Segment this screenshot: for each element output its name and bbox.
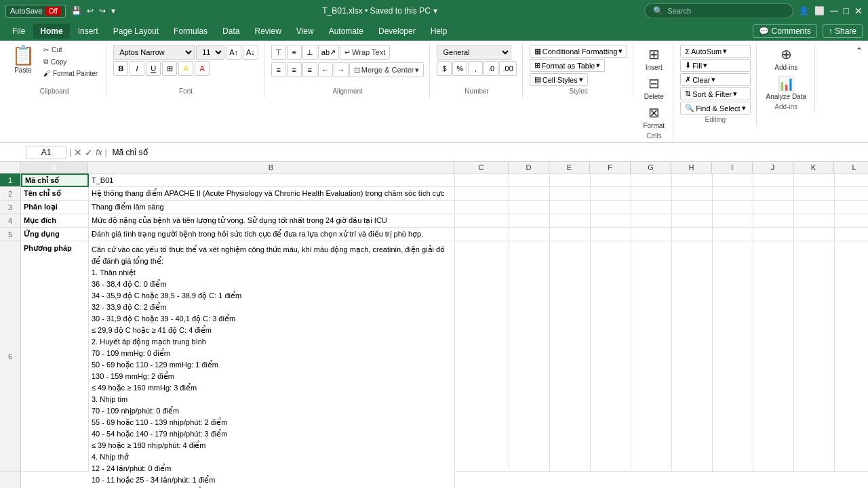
analyze-data-button[interactable]: 📊 Analyze Data — [764, 74, 809, 102]
format-table-button[interactable]: ⊞ Format as Table ▾ — [530, 59, 606, 72]
cell-l1[interactable] — [835, 174, 868, 187]
cell-f3[interactable] — [591, 201, 631, 214]
cell-i5[interactable] — [713, 228, 753, 241]
cell-k6[interactable] — [794, 241, 835, 472]
autosave-control[interactable]: AutoSave Off — [5, 5, 66, 18]
cell-g6[interactable] — [631, 241, 672, 472]
font-size-select[interactable]: 11 — [196, 45, 224, 60]
cell-e1[interactable] — [550, 174, 591, 187]
row-num-5[interactable]: 5 — [0, 228, 20, 241]
cell-h2[interactable] — [672, 187, 713, 201]
font-family-select[interactable]: Aptos Narrow — [113, 45, 195, 60]
align-top-button[interactable]: ⊤ — [271, 45, 286, 60]
cell-a5[interactable]: Ứng dụng — [21, 228, 89, 241]
cell-a1[interactable]: Mã chỉ số — [21, 174, 89, 187]
profile-icon[interactable]: 👤 — [799, 6, 809, 16]
cell-c2[interactable] — [455, 187, 509, 201]
format-button[interactable]: ⊠ Format — [640, 103, 667, 131]
underline-button[interactable]: U — [146, 61, 161, 76]
cell-k2[interactable] — [794, 187, 835, 201]
cell-d6[interactable] — [509, 241, 550, 472]
menu-data[interactable]: Data — [216, 24, 246, 39]
col-header-i[interactable]: I — [712, 162, 753, 173]
cell-e5[interactable] — [550, 228, 591, 241]
ribbon-collapse[interactable]: ⌃ — [853, 43, 865, 58]
cell-c5[interactable] — [455, 228, 509, 241]
cell-a6[interactable]: Phương pháp — [21, 241, 89, 472]
cell-h1[interactable] — [672, 174, 713, 187]
cell-j3[interactable] — [753, 201, 794, 214]
addins-button[interactable]: ⊕ Add-ins — [764, 45, 809, 73]
find-select-button[interactable]: 🔍 Find & Select ▾ — [680, 102, 750, 115]
cell-l5[interactable] — [835, 228, 868, 241]
format-painter-button[interactable]: 🖌 Format Painter — [41, 68, 100, 79]
align-middle-button[interactable]: ≡ — [287, 45, 302, 60]
conditional-format-button[interactable]: ▦ Conditional Formatting ▾ — [530, 45, 628, 58]
menu-developer[interactable]: Developer — [372, 24, 422, 39]
increase-indent-button[interactable]: → — [334, 62, 349, 77]
cell-i4[interactable] — [713, 214, 753, 228]
decrease-font-button[interactable]: A↓ — [243, 45, 258, 60]
cell-j4[interactable] — [753, 214, 794, 228]
menu-review[interactable]: Review — [248, 24, 288, 39]
col-header-a[interactable]: A — [20, 162, 88, 173]
cell-j5[interactable] — [753, 228, 794, 241]
cell-f5[interactable] — [591, 228, 631, 241]
comments-btn[interactable]: 💬 Comments — [753, 24, 816, 38]
col-header-b[interactable]: B — [88, 162, 454, 173]
number-format-select[interactable]: General — [437, 45, 511, 60]
cell-b5[interactable]: Đánh giá tình trạng người bệnh trong hồi… — [89, 228, 455, 241]
insert-function-button[interactable]: fx — [96, 148, 102, 157]
menu-insert[interactable]: Insert — [71, 24, 105, 39]
undo-icon[interactable]: ↩ — [87, 6, 94, 16]
align-center-button[interactable]: ≡ — [287, 62, 302, 77]
minimize-icon[interactable]: ─ — [830, 5, 837, 17]
col-header-h[interactable]: H — [671, 162, 712, 173]
cell-d4[interactable] — [509, 214, 550, 228]
cell-d5[interactable] — [509, 228, 550, 241]
cell-a3[interactable]: Phân loại — [21, 201, 89, 214]
ribbon-toggle-icon[interactable]: ⬜ — [814, 6, 825, 16]
increase-decimal-button[interactable]: .0 — [484, 61, 498, 76]
cut-button[interactable]: ✂ Cut — [41, 45, 100, 55]
row-num-3[interactable]: 3 — [0, 201, 20, 214]
paste-button[interactable]: 📋 Paste — [8, 45, 38, 75]
confirm-formula-button[interactable]: ✓ — [85, 147, 93, 158]
cell-styles-button[interactable]: ▤ Cell Styles ▾ — [530, 73, 588, 86]
sort-filter-button[interactable]: ⇅ Sort & Filter ▾ — [680, 87, 750, 100]
cancel-formula-button[interactable]: ✕ — [74, 147, 82, 158]
cell-d2[interactable] — [509, 187, 550, 201]
cell-g2[interactable] — [631, 187, 672, 201]
cell-i1[interactable] — [713, 174, 753, 187]
align-bottom-button[interactable]: ⊥ — [302, 45, 317, 60]
delete-button[interactable]: ⊟ Delete — [640, 74, 667, 102]
file-dropdown-icon[interactable]: ▾ — [433, 6, 437, 16]
cell-i6[interactable] — [713, 241, 753, 472]
cell-b3[interactable]: Thang điểm lâm sàng — [89, 201, 455, 214]
cell-g1[interactable] — [631, 174, 672, 187]
col-header-g[interactable]: G — [631, 162, 671, 173]
cell-k1[interactable] — [794, 174, 835, 187]
cell-e6[interactable] — [550, 241, 591, 472]
text-angle-button[interactable]: ab↗ — [318, 45, 339, 60]
autosum-button[interactable]: Σ AutoSum ▾ — [680, 45, 750, 58]
italic-button[interactable]: I — [130, 61, 144, 76]
save-icon[interactable]: 💾 — [71, 6, 81, 16]
cell-i3[interactable] — [713, 201, 753, 214]
row-num-4[interactable]: 4 — [0, 214, 20, 228]
decrease-indent-button[interactable]: ← — [318, 62, 333, 77]
cell-f4[interactable] — [591, 214, 631, 228]
row-num-1[interactable]: 1 — [0, 174, 20, 187]
col-header-j[interactable]: J — [753, 162, 793, 173]
cell-j2[interactable] — [753, 187, 794, 201]
cell-k4[interactable] — [794, 214, 835, 228]
cell-g5[interactable] — [631, 228, 672, 241]
font-color-button[interactable]: A — [195, 61, 210, 76]
cell-l4[interactable] — [835, 214, 868, 228]
menu-home[interactable]: Home — [33, 24, 69, 39]
menu-automate[interactable]: Automate — [322, 24, 370, 39]
col-header-k[interactable]: K — [793, 162, 834, 173]
cell-b4[interactable]: Mức độ nặng của bệnh và tiên lượng tử vo… — [89, 214, 455, 228]
cell-i2[interactable] — [713, 187, 753, 201]
cell-e4[interactable] — [550, 214, 591, 228]
